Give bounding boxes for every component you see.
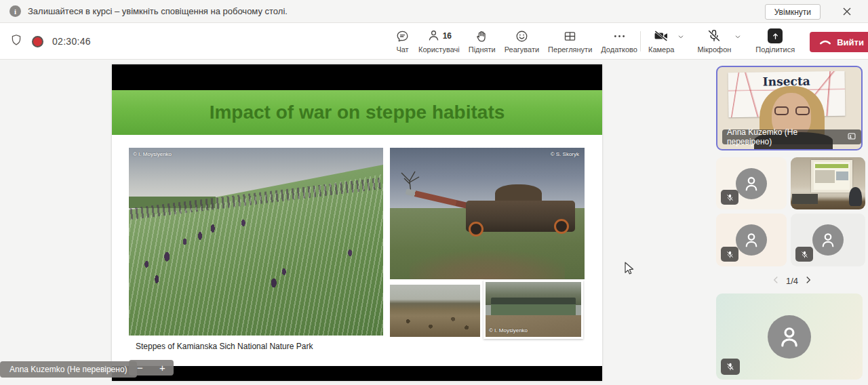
participants-count: 16 bbox=[443, 31, 452, 41]
video-tile-participant[interactable] bbox=[716, 214, 787, 266]
more-button[interactable]: Додатково bbox=[601, 28, 637, 54]
mic-label: Мікрофон bbox=[697, 45, 731, 54]
video-tile-participant[interactable] bbox=[716, 157, 787, 209]
mic-muted-icon bbox=[721, 190, 738, 205]
hang-up-icon bbox=[819, 37, 831, 47]
photo-credit: © I. Moysiyenko bbox=[489, 327, 528, 333]
toolbar-right-group: Камера Мікрофон Поділитися bbox=[648, 28, 868, 54]
enable-notifications-button[interactable]: Увімкнути bbox=[765, 4, 821, 20]
page-prev-icon[interactable] bbox=[772, 275, 779, 287]
presenter-name-overlay: Anna Kuzemko (Не перевірено) bbox=[0, 361, 137, 378]
avatar bbox=[812, 224, 844, 256]
shared-content-stage: Impact of war on steppe habitats © I. Mo… bbox=[0, 60, 868, 385]
photo-credit: © S. Skoryk bbox=[551, 151, 579, 157]
share-button[interactable]: Поділитися bbox=[755, 28, 795, 54]
mic-muted-icon bbox=[795, 247, 813, 262]
close-icon[interactable] bbox=[841, 5, 853, 18]
info-icon: i bbox=[9, 5, 21, 17]
tank-photo: © S. Skoryk bbox=[390, 148, 585, 279]
slide-title-banner: Impact of war on steppe habitats bbox=[112, 90, 602, 135]
view-button[interactable]: Переглянути bbox=[548, 28, 592, 54]
participants-label: Користувачі bbox=[418, 45, 460, 54]
view-grid-icon bbox=[563, 28, 577, 43]
video-tile-anna-kuzemko[interactable]: Insecta Anna Kuzemko (Не перевірено) bbox=[716, 66, 863, 150]
avatar bbox=[768, 315, 811, 359]
raise-hand-button[interactable]: Підняти bbox=[469, 28, 496, 54]
zoom-out-button[interactable]: − bbox=[137, 363, 143, 373]
video-tile-participant-large[interactable] bbox=[716, 293, 863, 380]
page-next-icon[interactable] bbox=[805, 275, 812, 287]
mic-muted-icon bbox=[721, 247, 738, 262]
steppe-photo: © I. Moysiyenko bbox=[129, 148, 383, 336]
spotlight-icon bbox=[847, 131, 856, 143]
video-tile-participant[interactable] bbox=[791, 214, 865, 266]
slide-title: Impact of war on steppe habitats bbox=[210, 102, 505, 123]
mic-off-icon bbox=[707, 28, 722, 43]
camera-chevron-down-icon[interactable] bbox=[677, 31, 685, 43]
slide-caption: Steppes of Kamianska Sich National Natur… bbox=[136, 342, 313, 351]
notification-bar: i Залишайтеся в курсі – увімкніть сповіщ… bbox=[0, 0, 868, 23]
view-label: Переглянути bbox=[548, 45, 592, 54]
seated-person bbox=[849, 187, 862, 206]
camera-label: Камера bbox=[648, 45, 674, 54]
react-label: Реагувати bbox=[505, 45, 539, 54]
participants-button[interactable]: 16 Користувачі bbox=[418, 28, 460, 54]
page-indicator: 1/4 bbox=[786, 276, 798, 286]
mic-chevron-down-icon[interactable] bbox=[734, 31, 742, 43]
photo-credit: © I. Moysiyenko bbox=[133, 151, 172, 157]
video-tile-classroom[interactable] bbox=[791, 157, 865, 209]
slide-bottom-bar bbox=[112, 366, 602, 381]
leave-label: Вийти bbox=[837, 37, 864, 47]
slide-zoom-controls: − + bbox=[129, 360, 174, 376]
meeting-toolbar: 02:30:46 Чат 16 Користувачі bbox=[0, 23, 868, 60]
tile-pagination: 1/4 bbox=[765, 273, 819, 288]
share-screen-icon bbox=[768, 28, 783, 43]
avatar bbox=[736, 168, 767, 199]
people-icon bbox=[427, 28, 441, 44]
chat-button[interactable]: Чат bbox=[395, 28, 410, 54]
shield-icon bbox=[9, 33, 23, 49]
zoom-in-button[interactable]: + bbox=[159, 363, 165, 373]
projector-screen bbox=[811, 160, 853, 192]
mic-muted-icon bbox=[721, 359, 740, 375]
meeting-timer: 02:30:46 bbox=[52, 36, 91, 47]
leave-button[interactable]: Вийти bbox=[810, 32, 868, 52]
react-button[interactable]: Реагувати bbox=[505, 28, 539, 54]
destroyed-vehicle-photo: © I. Moysiyenko bbox=[484, 280, 583, 339]
recording-indicator-icon bbox=[32, 36, 43, 47]
toolbar-left-group: 02:30:46 bbox=[9, 23, 91, 60]
presentation-slide: Impact of war on steppe habitats © I. Mo… bbox=[112, 64, 602, 381]
ellipsis-icon bbox=[612, 28, 627, 43]
camera-off-icon bbox=[653, 28, 669, 43]
more-label: Додатково bbox=[601, 45, 637, 54]
share-label: Поділитися bbox=[755, 45, 795, 54]
avatar bbox=[736, 224, 767, 256]
participant-name: Anna Kuzemko (Не перевірено) bbox=[727, 127, 843, 146]
smiley-icon bbox=[515, 28, 529, 43]
notification-message: Залишайтеся в курсі – увімкніть сповіщен… bbox=[28, 6, 288, 16]
toolbar-center-group: Чат 16 Користувачі Підняти bbox=[395, 28, 637, 54]
slide-top-bar bbox=[112, 64, 602, 90]
toolbar-divider bbox=[640, 31, 641, 52]
camera-button[interactable]: Камера bbox=[648, 28, 674, 54]
teams-meeting-window: i Залишайтеся в курсі – увімкніть сповіщ… bbox=[0, 0, 868, 385]
participant-name-overlay: Anna Kuzemko (Не перевірено) bbox=[722, 129, 861, 144]
chat-label: Чат bbox=[396, 45, 408, 54]
mic-button[interactable]: Мікрофон bbox=[697, 28, 731, 54]
raise-hand-icon bbox=[475, 28, 489, 43]
mouse-cursor bbox=[624, 262, 635, 278]
field-photo bbox=[390, 285, 480, 337]
raise-hand-label: Підняти bbox=[469, 45, 496, 54]
chat-icon bbox=[395, 28, 410, 43]
